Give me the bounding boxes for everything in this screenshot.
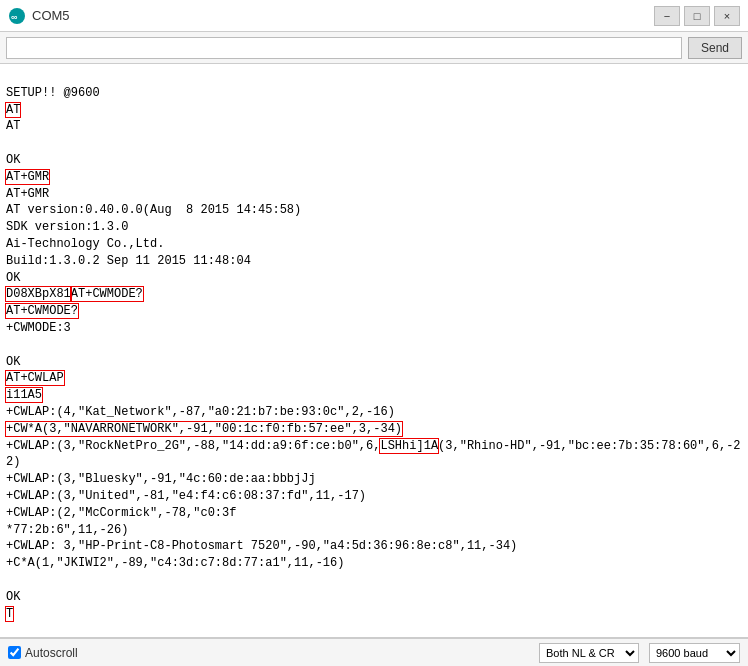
line-atgmr-cmd: AT+GMR — [6, 170, 49, 184]
line-ending-select[interactable]: Both NL & CR No line ending Newline Carr… — [539, 643, 639, 663]
line-cwmode-echo: AT+CWMODE? +CWMODE:3 OK — [6, 304, 78, 368]
line-setup: SETUP!! @9600 — [6, 86, 100, 100]
autoscroll-checkbox[interactable] — [8, 646, 21, 659]
line-at2: AT OK — [6, 119, 20, 167]
line-cwmode-prefix: D08XBpX81AT+CWMODE? — [6, 287, 143, 301]
maximize-button[interactable]: □ — [684, 6, 710, 26]
send-button[interactable]: Send — [688, 37, 742, 59]
close-button[interactable]: × — [714, 6, 740, 26]
titlebar: ∞ COM5 − □ × — [0, 0, 748, 32]
line-at1: AT — [6, 103, 20, 117]
line-cwlap1: +CWLAP:(4,"Kat_Network",-87,"a0:21:b7:be… — [6, 405, 395, 419]
command-input[interactable] — [6, 37, 682, 59]
line-i11a5: i11A5 — [6, 388, 42, 402]
baud-rate-select[interactable]: 300 baud 1200 baud 2400 baud 4800 baud 9… — [649, 643, 740, 663]
statusbar: Autoscroll Both NL & CR No line ending N… — [0, 638, 748, 666]
line-cwlap3: +CWLAP:(3,"RockNetPro_2G",-88,"14:dd:a9:… — [6, 439, 741, 604]
line-cwlap2: +CW*A(3,"NAVARRONETWORK",-91,"00:1c:f0:f… — [6, 422, 402, 436]
minimize-button[interactable]: − — [654, 6, 680, 26]
window-controls: − □ × — [654, 6, 740, 26]
line-atgmr-echo: AT+GMR AT version:0.40.0.0(Aug 8 2015 14… — [6, 187, 301, 285]
line-cwlap-cmd: AT+CWLAP — [6, 371, 64, 385]
console-output: SETUP!! @9600 AT AT OK AT+GMR AT+GMR AT … — [0, 64, 748, 638]
toolbar: Send — [0, 32, 748, 64]
svg-text:∞: ∞ — [11, 12, 18, 22]
autoscroll-area: Autoscroll — [8, 646, 78, 660]
line-t: T — [6, 607, 13, 621]
app-icon: ∞ — [8, 7, 26, 25]
autoscroll-label: Autoscroll — [25, 646, 78, 660]
window-title: COM5 — [32, 8, 654, 23]
